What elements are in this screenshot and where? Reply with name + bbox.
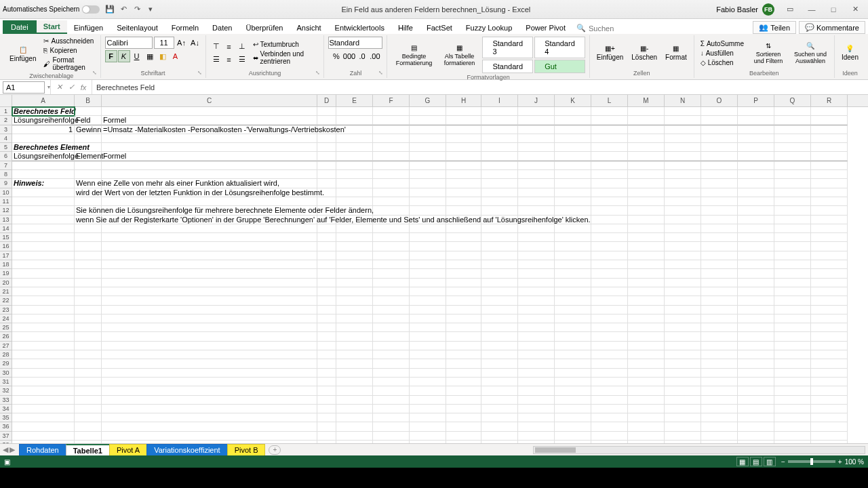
fx-icon[interactable]: fx	[78, 83, 89, 92]
cell[interactable]	[774, 224, 811, 233]
cell[interactable]	[811, 306, 848, 314]
cell[interactable]	[738, 405, 774, 413]
cell[interactable]	[481, 359, 518, 368]
cell[interactable]	[665, 413, 701, 422]
style-standard[interactable]: Standard	[482, 60, 533, 73]
cell[interactable]	[701, 359, 738, 368]
cell[interactable]	[811, 378, 848, 386]
cell[interactable]	[665, 188, 701, 197]
cell[interactable]	[591, 260, 628, 269]
cell[interactable]	[373, 279, 410, 287]
cell[interactable]	[738, 152, 774, 161]
cell[interactable]	[373, 405, 410, 413]
cell[interactable]	[336, 170, 373, 179]
cell[interactable]	[102, 143, 317, 152]
cell[interactable]	[518, 143, 555, 152]
cell[interactable]	[373, 134, 410, 143]
cell[interactable]	[628, 296, 665, 305]
decrease-font-icon[interactable]: A↓	[189, 37, 201, 49]
cell[interactable]	[336, 161, 373, 170]
cell[interactable]	[665, 386, 701, 395]
cell[interactable]	[738, 216, 774, 224]
cell[interactable]	[446, 260, 481, 269]
cell[interactable]	[12, 306, 75, 314]
cell[interactable]	[628, 386, 665, 395]
cell[interactable]	[665, 152, 701, 161]
cell[interactable]	[555, 413, 591, 422]
cell[interactable]	[75, 323, 102, 332]
dialog-launcher-icon[interactable]: ⤡	[197, 70, 204, 77]
cell[interactable]	[738, 161, 774, 170]
cell[interactable]	[811, 296, 848, 305]
cell[interactable]	[481, 233, 518, 242]
cell[interactable]	[628, 251, 665, 260]
cell[interactable]	[102, 251, 317, 260]
cell[interactable]	[555, 224, 591, 233]
cell[interactable]	[336, 296, 373, 305]
cell[interactable]	[410, 279, 446, 287]
cell[interactable]	[481, 161, 518, 170]
column-header[interactable]: E	[336, 95, 373, 106]
cell[interactable]	[336, 279, 373, 287]
cell[interactable]	[774, 125, 811, 134]
cell[interactable]	[518, 224, 555, 233]
cell[interactable]	[665, 170, 701, 179]
cell[interactable]	[12, 350, 75, 359]
cell[interactable]	[317, 405, 336, 413]
cell[interactable]	[410, 251, 446, 260]
cell[interactable]	[12, 251, 75, 260]
cell[interactable]	[317, 396, 336, 405]
row-header[interactable]: 7	[0, 161, 12, 170]
cell[interactable]	[317, 413, 336, 422]
cell[interactable]	[518, 152, 555, 161]
cell[interactable]	[481, 296, 518, 305]
italic-button[interactable]: K	[118, 50, 130, 62]
cell[interactable]	[446, 179, 481, 188]
cell[interactable]	[701, 396, 738, 405]
cell[interactable]	[446, 296, 481, 305]
row-header[interactable]: 8	[0, 170, 12, 179]
cell[interactable]	[12, 323, 75, 332]
cell[interactable]	[701, 134, 738, 143]
cell[interactable]	[701, 314, 738, 323]
cell[interactable]	[373, 314, 410, 323]
row-header[interactable]: 10	[0, 188, 12, 197]
cell[interactable]	[75, 260, 102, 269]
cell[interactable]	[665, 369, 701, 378]
cell[interactable]	[811, 179, 848, 188]
cell[interactable]	[481, 224, 518, 233]
cell[interactable]	[102, 386, 317, 395]
cell[interactable]	[410, 242, 446, 251]
cell[interactable]	[665, 422, 701, 431]
cell[interactable]	[811, 170, 848, 179]
cell[interactable]	[12, 287, 75, 296]
cell[interactable]	[738, 206, 774, 215]
row-header[interactable]: 16	[0, 242, 12, 251]
cell[interactable]	[774, 143, 811, 152]
copy-button[interactable]: ⎘Kopieren	[41, 46, 96, 55]
cell[interactable]	[102, 260, 317, 269]
cell[interactable]	[591, 143, 628, 152]
cell[interactable]	[774, 359, 811, 368]
cell[interactable]	[75, 224, 102, 233]
align-middle-icon[interactable]: ≡	[223, 41, 235, 53]
cell[interactable]	[481, 179, 518, 188]
cell[interactable]	[738, 170, 774, 179]
cell[interactable]	[628, 269, 665, 278]
cell[interactable]	[481, 170, 518, 179]
cell[interactable]	[628, 279, 665, 287]
cell[interactable]	[481, 432, 518, 441]
cell[interactable]	[12, 396, 75, 405]
cell[interactable]	[12, 386, 75, 395]
cell[interactable]	[665, 287, 701, 296]
cell[interactable]	[518, 134, 555, 143]
ribbon-display-icon[interactable]: ▭	[780, 3, 800, 16]
cell[interactable]	[373, 161, 410, 170]
tab-fuzzy[interactable]: Fuzzy Lookup	[459, 22, 519, 34]
style-good[interactable]: Gut	[534, 60, 585, 73]
cell[interactable]	[336, 143, 373, 152]
cell[interactable]	[774, 314, 811, 323]
cell[interactable]	[591, 188, 628, 197]
cell[interactable]	[811, 350, 848, 359]
cell[interactable]	[811, 152, 848, 161]
